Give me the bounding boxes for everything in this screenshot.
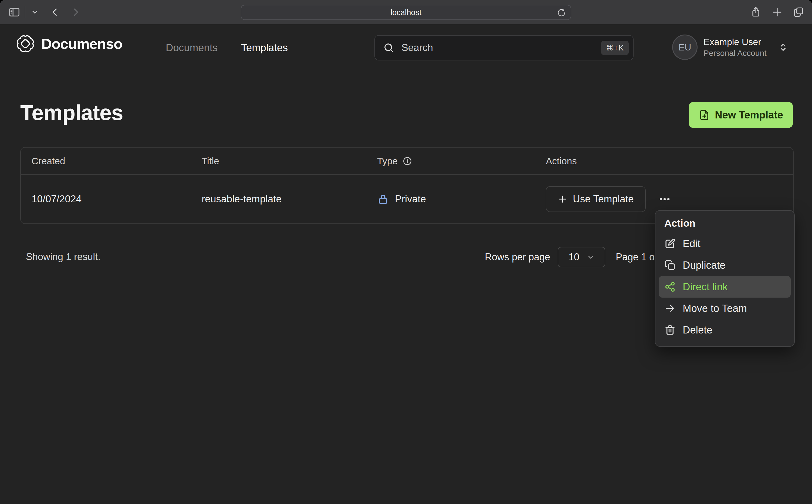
menu-header: Action	[664, 218, 791, 229]
search-placeholder: Search	[401, 42, 601, 53]
reload-icon[interactable]	[557, 8, 566, 17]
use-template-button[interactable]: Use Template	[546, 186, 646, 212]
user-name: Example User	[704, 37, 761, 47]
new-template-button[interactable]: New Template	[689, 102, 793, 128]
toolbar-divider	[25, 6, 25, 18]
row-context-menu: Action Edit Duplicate	[655, 210, 795, 347]
menu-item-move-to-team[interactable]: Move to Team	[659, 298, 791, 319]
edit-icon	[664, 238, 676, 249]
sidebar-chevron-down-icon[interactable]	[31, 8, 39, 16]
sidebar-toggle-icon[interactable]	[8, 6, 21, 18]
address-bar[interactable]: localhost	[241, 5, 571, 20]
lock-icon	[377, 193, 389, 205]
share-icon[interactable]	[750, 6, 762, 18]
avatar-initials: EU	[678, 42, 691, 53]
back-icon[interactable]	[50, 7, 60, 18]
search-icon	[383, 42, 394, 53]
brand[interactable]: Documenso	[17, 35, 122, 52]
menu-item-label: Edit	[683, 238, 700, 250]
nav-documents[interactable]: Documents	[166, 42, 217, 54]
arrow-right-icon	[664, 303, 676, 314]
avatar[interactable]: EU	[672, 35, 698, 60]
menu-item-duplicate[interactable]: Duplicate	[659, 254, 791, 276]
search-input[interactable]: Search ⌘+K	[374, 35, 634, 60]
new-tab-icon[interactable]	[772, 6, 783, 18]
documenso-logo-icon	[17, 35, 34, 52]
column-actions: Actions	[546, 156, 793, 166]
share-nodes-icon	[664, 281, 676, 292]
menu-item-edit[interactable]: Edit	[659, 233, 791, 254]
new-template-label: New Template	[715, 109, 783, 121]
results-count: Showing 1 result.	[26, 251, 100, 263]
rows-per-page-select[interactable]: 10	[558, 247, 605, 267]
column-title: Title	[202, 156, 377, 166]
trash-icon	[664, 324, 676, 336]
menu-item-direct-link[interactable]: Direct link	[659, 276, 791, 298]
cell-created: 10/07/2024	[32, 193, 202, 205]
plus-icon	[558, 194, 568, 204]
browser-toolbar: localhost	[0, 0, 812, 24]
rows-per-page-label: Rows per page	[485, 251, 550, 263]
file-plus-icon	[699, 109, 710, 121]
cell-type-label: Private	[395, 193, 426, 205]
user-account-type: Personal Account	[704, 49, 766, 58]
menu-item-label: Delete	[683, 324, 712, 336]
column-created: Created	[32, 156, 202, 166]
menu-item-label: Move to Team	[683, 303, 747, 314]
url-text: localhost	[390, 8, 422, 17]
chevron-down-icon	[586, 253, 595, 261]
menu-item-label: Duplicate	[683, 260, 725, 271]
forward-icon[interactable]	[70, 7, 81, 18]
column-type: Type	[377, 156, 397, 166]
menu-item-label: Direct link	[683, 281, 728, 293]
ellipsis-icon	[658, 192, 672, 206]
tab-overview-icon[interactable]	[793, 6, 804, 18]
app-window: localhost	[0, 0, 812, 504]
row-actions-menu-button[interactable]	[658, 192, 672, 206]
rows-per-page-value: 10	[569, 251, 579, 263]
duplicate-icon	[664, 260, 676, 271]
menu-item-delete[interactable]: Delete	[659, 319, 791, 341]
brand-name: Documenso	[41, 35, 122, 52]
nav-templates[interactable]: Templates	[241, 42, 288, 54]
table-header-row: Created Title Type Actions	[21, 148, 793, 175]
search-shortcut-badge: ⌘+K	[601, 41, 629, 55]
chevrons-up-down-icon[interactable]	[777, 42, 789, 53]
page-title: Templates	[20, 100, 123, 125]
info-icon[interactable]	[402, 156, 412, 166]
use-template-label: Use Template	[573, 193, 634, 205]
cell-title: reusable-template	[202, 193, 377, 205]
